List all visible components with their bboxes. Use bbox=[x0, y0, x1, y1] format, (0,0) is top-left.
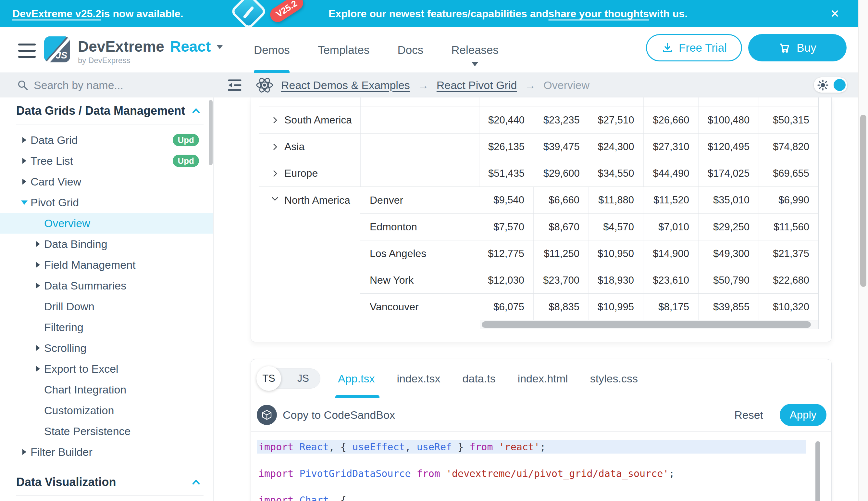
row-header-denver[interactable]: Denver bbox=[360, 187, 479, 213]
sidebar-item-export-to-excel[interactable]: Export to Excel bbox=[0, 358, 213, 379]
sidebar-items: Data Grid Upd Tree List Upd Card View Pi… bbox=[0, 130, 213, 462]
row-header-south-america[interactable]: South America bbox=[259, 107, 361, 133]
codesandbox-icon[interactable] bbox=[257, 405, 277, 425]
sidebar-scrollbar-thumb[interactable] bbox=[209, 100, 213, 165]
row-header-asia[interactable]: Asia bbox=[259, 134, 361, 160]
framework-dropdown-caret-icon[interactable] bbox=[217, 45, 223, 52]
share-thoughts-link[interactable]: share your thoughts bbox=[549, 8, 649, 20]
light-theme-sun-icon bbox=[817, 79, 828, 90]
search-input[interactable] bbox=[34, 73, 183, 97]
banner-close-icon[interactable]: ✕ bbox=[830, 0, 840, 27]
collapsed-arrow-icon[interactable] bbox=[36, 283, 40, 288]
pivot-row-denver: Denver $9,540 $6,660 $11,880 $11,520 $35… bbox=[360, 187, 818, 213]
code-scrollbar-thumb[interactable] bbox=[815, 441, 820, 501]
theme-toggle[interactable] bbox=[814, 77, 847, 93]
upd-badge: Upd bbox=[173, 154, 199, 167]
sidebar-item-chart-integration[interactable]: Chart Integration bbox=[0, 379, 213, 400]
breadcrumb-separator: → bbox=[525, 79, 536, 92]
nav-templates[interactable]: Templates bbox=[318, 44, 370, 56]
chevron-right-icon[interactable] bbox=[271, 169, 279, 178]
sidebar-item-drill-down[interactable]: Drill Down bbox=[0, 296, 213, 317]
row-header-edmonton[interactable]: Edmonton bbox=[360, 214, 479, 240]
nav-demos[interactable]: Demos bbox=[254, 44, 290, 56]
tab-index-html[interactable]: index.html bbox=[518, 372, 568, 385]
sidebar-item-filter-builder[interactable]: Filter Builder bbox=[0, 441, 213, 462]
collapse-sidebar-icon[interactable] bbox=[227, 78, 242, 92]
theme-toggle-knob[interactable] bbox=[834, 79, 846, 91]
banner-release-link[interactable]: DevExtreme v25.2 bbox=[12, 8, 101, 20]
sidebar-item-card-view[interactable]: Card View bbox=[0, 171, 213, 192]
row-header-los-angeles[interactable]: Los Angeles bbox=[360, 241, 479, 267]
sidebar-item-customization[interactable]: Customization bbox=[0, 400, 213, 421]
page-scrollbar[interactable] bbox=[858, 0, 868, 501]
devextreme-cube-icon bbox=[230, 0, 267, 30]
tab-app-tsx[interactable]: App.tsx bbox=[338, 372, 375, 385]
collapsed-arrow-icon[interactable] bbox=[22, 158, 26, 164]
collapsed-arrow-icon[interactable] bbox=[22, 137, 26, 143]
collapsed-arrow-icon[interactable] bbox=[36, 345, 40, 351]
sidebar-item-data-binding[interactable]: Data Binding bbox=[0, 234, 213, 254]
ts-toggle-selected[interactable]: TS bbox=[256, 366, 281, 391]
sidebar-item-field-management[interactable]: Field Management bbox=[0, 254, 213, 275]
buy-button[interactable]: Buy bbox=[748, 34, 847, 61]
sidebar-section-data-grids[interactable]: Data Grids / Data Management bbox=[0, 97, 213, 124]
collapsed-arrow-icon[interactable] bbox=[22, 179, 26, 184]
pivot-cell: $27,510 bbox=[589, 107, 644, 133]
chevron-right-icon[interactable] bbox=[271, 116, 279, 125]
row-header-vancouver[interactable]: Vancouver bbox=[360, 294, 479, 320]
collapsed-arrow-icon[interactable] bbox=[36, 262, 40, 268]
collapsed-arrow-icon[interactable] bbox=[36, 366, 40, 372]
js-toggle-option[interactable]: JS bbox=[297, 369, 309, 388]
horizontal-scrollbar-thumb[interactable] bbox=[482, 321, 811, 328]
row-header-europe[interactable]: Europe bbox=[259, 160, 361, 186]
page-scrollbar-thumb[interactable] bbox=[860, 115, 866, 287]
chevron-up-icon[interactable] bbox=[192, 108, 200, 114]
tab-data-ts[interactable]: data.ts bbox=[463, 372, 496, 385]
pivot-group-north-america: North America Denver $9,540 $6,660 $11,8… bbox=[259, 186, 818, 320]
free-trial-button[interactable]: Free Trial bbox=[646, 34, 742, 61]
pivot-cell: $10,320 bbox=[759, 294, 818, 320]
demo-sidebar: Data Grids / Data Management Data Grid U… bbox=[0, 97, 213, 501]
row-header-north-america[interactable]: North America bbox=[259, 187, 360, 320]
code-editor[interactable]: import React, { useEffect, useRef } from… bbox=[251, 432, 831, 501]
copy-to-codesandbox-button[interactable]: Copy to CodeSandBox bbox=[283, 398, 395, 432]
devextreme-js-logo[interactable]: JS bbox=[44, 36, 70, 62]
sidebar-item-filtering[interactable]: Filtering bbox=[0, 317, 213, 338]
chevron-right-icon[interactable] bbox=[271, 143, 279, 151]
chevron-down-icon[interactable] bbox=[271, 194, 279, 203]
banner-logo-graphic: V25.2 bbox=[209, 0, 313, 30]
collapsed-arrow-icon[interactable] bbox=[36, 241, 40, 247]
row-header-new-york[interactable]: New York bbox=[360, 267, 479, 294]
tab-index-tsx[interactable]: index.tsx bbox=[397, 372, 440, 385]
file-tabs: App.tsx index.tsx data.ts index.html sty… bbox=[338, 359, 638, 398]
sidebar-item-tree-list[interactable]: Tree List Upd bbox=[0, 150, 213, 171]
brand-block[interactable]: DevExtreme React by DevExpress bbox=[78, 38, 223, 65]
breadcrumb-pivot-grid-link[interactable]: React Pivot Grid bbox=[437, 79, 517, 92]
sidebar-item-data-summaries[interactable]: Data Summaries bbox=[0, 275, 213, 296]
reset-button[interactable]: Reset bbox=[734, 398, 763, 432]
expanded-arrow-icon[interactable] bbox=[21, 201, 28, 205]
pivot-cell: $23,700 bbox=[534, 267, 589, 294]
chevron-up-icon[interactable] bbox=[192, 479, 200, 486]
collapsed-arrow-icon[interactable] bbox=[22, 449, 26, 455]
pivot-cell: $7,570 bbox=[479, 214, 534, 240]
sidebar-item-state-persistence[interactable]: State Persistence bbox=[0, 421, 213, 441]
breadcrumb-separator: → bbox=[418, 79, 429, 92]
tab-styles-css[interactable]: styles.css bbox=[590, 372, 638, 385]
nav-docs[interactable]: Docs bbox=[397, 44, 423, 56]
apply-button[interactable]: Apply bbox=[780, 404, 826, 426]
code-panel-card: TS JS App.tsx index.tsx data.ts index.ht… bbox=[251, 359, 832, 501]
pivot-cell: $23,610 bbox=[644, 267, 699, 294]
code-line: import React, { useEffect, useRef } from… bbox=[257, 440, 806, 454]
sidebar-section-data-visualization[interactable]: Data Visualization bbox=[0, 469, 213, 495]
sidebar-item-overview[interactable]: Overview bbox=[0, 213, 213, 234]
promo-banner: DevExtreme v25.2 is now available. V25.2… bbox=[0, 0, 858, 27]
sidebar-item-data-grid[interactable]: Data Grid Upd bbox=[0, 130, 213, 150]
hamburger-menu-icon[interactable] bbox=[18, 44, 36, 62]
nav-releases[interactable]: Releases bbox=[451, 44, 498, 56]
sidebar-item-scrolling[interactable]: Scrolling bbox=[0, 338, 213, 358]
pivot-cell: $39,475 bbox=[534, 134, 589, 160]
breadcrumb-demos-link[interactable]: React Demos & Examples bbox=[281, 79, 410, 92]
ts-js-toggle[interactable]: TS JS bbox=[257, 369, 320, 388]
sidebar-item-pivot-grid[interactable]: Pivot Grid bbox=[0, 192, 213, 213]
